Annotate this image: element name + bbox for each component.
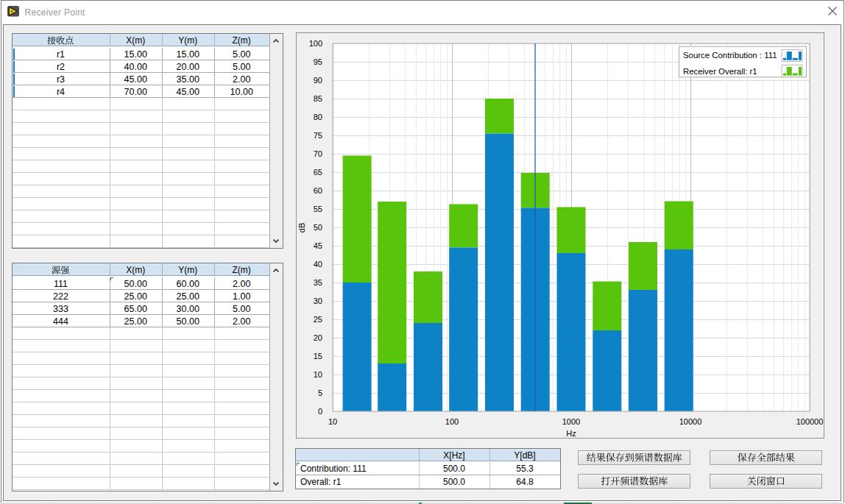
svg-text:25: 25 <box>314 315 322 324</box>
svg-text:15: 15 <box>314 352 322 361</box>
svg-text:90: 90 <box>314 76 322 85</box>
svg-text:1000: 1000 <box>562 417 580 426</box>
svg-text:dB: dB <box>297 223 306 233</box>
svg-text:100000: 100000 <box>796 417 824 426</box>
svg-text:65: 65 <box>314 168 322 177</box>
svg-text:20: 20 <box>314 333 322 342</box>
svg-text:10: 10 <box>328 417 337 426</box>
svg-text:5: 5 <box>318 388 322 397</box>
svg-text:70: 70 <box>314 149 322 158</box>
svg-text:55: 55 <box>314 205 322 213</box>
svg-text:Hz: Hz <box>566 429 576 438</box>
svg-text:35: 35 <box>314 278 322 287</box>
svg-text:10000: 10000 <box>679 417 702 426</box>
svg-text:30: 30 <box>314 297 322 305</box>
svg-text:95: 95 <box>314 57 322 66</box>
svg-text:100: 100 <box>445 417 459 426</box>
svg-text:50: 50 <box>314 223 322 232</box>
svg-text:10: 10 <box>314 370 322 379</box>
svg-text:Receiver Overall: r1: Receiver Overall: r1 <box>683 67 757 76</box>
svg-text:75: 75 <box>314 131 322 140</box>
svg-text:80: 80 <box>314 113 322 121</box>
svg-text:100: 100 <box>309 39 322 48</box>
svg-text:40: 40 <box>314 260 322 269</box>
svg-text:60: 60 <box>314 186 322 195</box>
svg-text:45: 45 <box>314 241 322 250</box>
svg-text:Source Contribution : 111: Source Contribution : 111 <box>683 51 777 60</box>
svg-text:85: 85 <box>314 94 322 103</box>
svg-text:0: 0 <box>318 407 322 416</box>
